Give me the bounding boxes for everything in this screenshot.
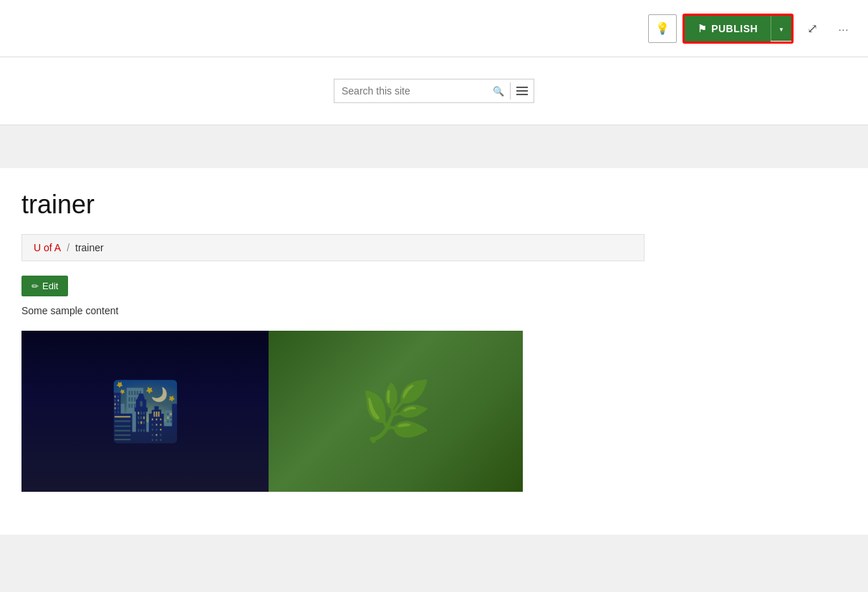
- search-input[interactable]: [334, 79, 487, 102]
- image-left: [21, 331, 269, 492]
- edit-label: Edit: [42, 281, 58, 291]
- chevron-down-icon: [778, 23, 784, 34]
- publish-group: ⚑ PUBLISH: [683, 14, 794, 44]
- publish-dropdown-button[interactable]: [771, 16, 791, 41]
- breadcrumb-separator: /: [67, 242, 69, 253]
- magnifier-icon: [493, 85, 504, 97]
- pencil-icon: [32, 281, 39, 291]
- publish-button[interactable]: ⚑ PUBLISH: [685, 16, 771, 42]
- image-right: [269, 331, 523, 492]
- image-gallery: [21, 331, 523, 492]
- main-wrapper: trainer U of A / trainer Edit Some sampl…: [0, 57, 868, 592]
- content-area[interactable]: trainer U of A / trainer Edit Some sampl…: [0, 57, 868, 592]
- search-section: [0, 57, 868, 125]
- lightbulb-button[interactable]: [648, 14, 677, 43]
- expand-icon: [807, 21, 818, 37]
- more-button[interactable]: [831, 16, 857, 42]
- breadcrumb: U of A / trainer: [21, 234, 645, 261]
- search-button[interactable]: [487, 81, 510, 101]
- expand-button[interactable]: [799, 16, 825, 42]
- toolbar: ⚑ PUBLISH: [0, 0, 868, 57]
- top-spacer: [0, 125, 868, 168]
- hamburger-icon: [516, 87, 528, 95]
- publish-label: PUBLISH: [711, 23, 758, 34]
- edit-button[interactable]: Edit: [21, 276, 68, 296]
- breadcrumb-home-link[interactable]: U of A: [34, 242, 61, 253]
- page-content: trainer U of A / trainer Edit Some sampl…: [0, 168, 868, 535]
- search-container: [334, 79, 534, 103]
- page-title: trainer: [21, 190, 847, 220]
- lightbulb-icon: [655, 21, 670, 35]
- search-menu-button[interactable]: [510, 82, 534, 100]
- publish-flag-icon: ⚑: [698, 23, 708, 34]
- sample-content-text: Some sample content: [21, 305, 847, 316]
- more-icon: [839, 20, 849, 37]
- breadcrumb-current: trainer: [75, 242, 104, 253]
